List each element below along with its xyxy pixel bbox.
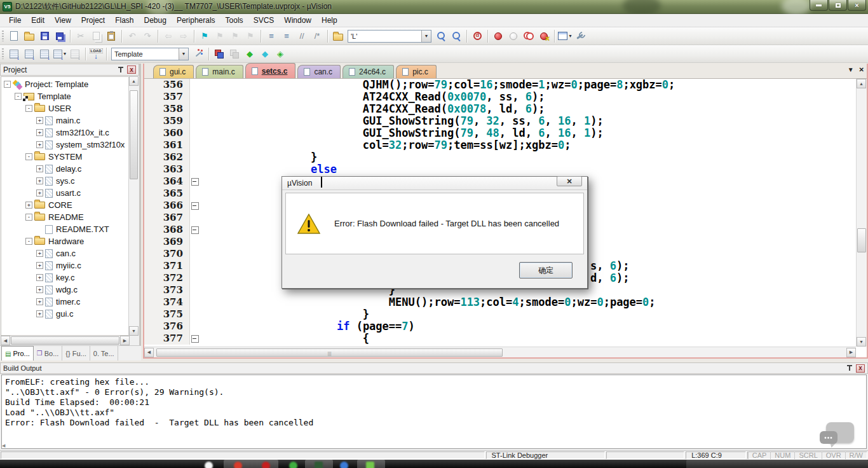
build-output-log[interactable]: FromELF: creating hex file..."..\OBJ\tt.…	[1, 375, 867, 449]
expand-icon[interactable]: +	[36, 117, 43, 124]
collapse-icon[interactable]: -	[25, 153, 32, 160]
scroll-down-icon[interactable]: ▼	[129, 326, 139, 336]
scroll-thumb[interactable]	[156, 348, 503, 357]
taskbar-app-icon[interactable]	[234, 462, 242, 468]
scroll-up-icon[interactable]: ▲	[857, 79, 866, 88]
tree-item-sys-c[interactable]: +sys.c	[1, 175, 129, 187]
search-combo-dropdown-icon[interactable]: ▼	[421, 31, 431, 42]
collapse-icon[interactable]: -	[25, 214, 32, 221]
minimize-button[interactable]	[810, 0, 828, 11]
debug-session-icon[interactable]	[470, 29, 484, 43]
file-tab-pic-c[interactable]: pic.c	[396, 65, 437, 78]
tree-item-readme[interactable]: -README	[1, 211, 129, 223]
windows-taskbar[interactable]	[0, 460, 868, 468]
target-options-icon[interactable]	[191, 47, 205, 61]
tree-item-hardware[interactable]: -Hardware	[1, 235, 129, 247]
remove-breakpoint-icon[interactable]	[506, 29, 520, 43]
build-icon[interactable]	[22, 47, 36, 61]
code-line[interactable]: 360GUI_ShowString(79, 48, ld, 6, 16, 1);	[144, 127, 856, 139]
taskbar-app-icon[interactable]	[366, 462, 374, 468]
menu-item-tools[interactable]: Tools	[220, 15, 248, 26]
file-tab-gui-c[interactable]: gui.c	[153, 65, 194, 78]
tree-item-myiic-c[interactable]: +myiic.c	[1, 259, 129, 272]
paste-icon[interactable]	[104, 29, 118, 43]
rebuild-icon[interactable]	[37, 47, 51, 61]
taskbar-app-icon[interactable]	[289, 462, 297, 468]
dialog-close-icon[interactable]: ✕	[557, 176, 582, 186]
menu-item-svcs[interactable]: SVCS	[248, 15, 280, 26]
scroll-left-icon[interactable]: ◀	[2, 443, 5, 448]
tree-item-stm32f10x-it-c[interactable]: +stm32f10x_it.c	[1, 127, 129, 139]
target-combo-dropdown-icon[interactable]: ▼	[179, 48, 188, 60]
insert-bookmark-icon[interactable]: ⚑	[198, 29, 212, 43]
insert-breakpoint-icon[interactable]	[491, 29, 505, 43]
editor-scrollbar-horizontal[interactable]: ◀ ▶	[144, 347, 856, 357]
code-line[interactable]: 375}	[144, 308, 856, 320]
tree-item-user[interactable]: -USER	[1, 102, 129, 114]
save-icon[interactable]	[37, 29, 51, 43]
ok-button[interactable]: 确定	[519, 262, 573, 279]
editor-tabs-dropdown-icon[interactable]: ▼	[848, 66, 854, 73]
expand-icon[interactable]: +	[36, 141, 43, 148]
comment-icon[interactable]: //	[295, 29, 309, 43]
pack-installer-icon[interactable]: ◈	[273, 47, 287, 61]
workspace-tab-fu[interactable]: {} Fu...	[62, 346, 90, 361]
tree-item-wdg-c[interactable]: +wdg.c	[1, 284, 129, 296]
tree-item-can-c[interactable]: +can.c	[1, 247, 129, 259]
search-combo[interactable]: 'L'▼	[348, 30, 431, 43]
menu-item-file[interactable]: File	[4, 15, 26, 26]
save-all-icon[interactable]	[53, 29, 67, 43]
menu-item-project[interactable]: Project	[76, 15, 110, 26]
expand-icon[interactable]: +	[36, 250, 43, 257]
code-line[interactable]: 357AT24CXX_Read(0x0070, ss, 6);	[144, 91, 856, 103]
incremental-find-icon[interactable]	[449, 29, 463, 43]
code-line[interactable]: 361col=32;row=79;tem=ss[wz];xgbz=0;	[144, 139, 856, 151]
download-icon[interactable]: LOAD↓	[89, 47, 103, 61]
find-icon[interactable]	[434, 29, 448, 43]
kill-all-breakpoints-icon[interactable]	[537, 29, 551, 43]
project-scrollbar-vertical[interactable]: ▲ ▼	[128, 76, 139, 336]
select-software-packs-icon[interactable]: ◆	[258, 47, 272, 61]
scroll-left-icon[interactable]: ◀	[1, 336, 10, 345]
menu-item-edit[interactable]: Edit	[26, 15, 50, 26]
tree-item-system[interactable]: -SYSTEM	[1, 151, 129, 163]
tree-item-usart-c[interactable]: +usart.c	[1, 187, 129, 199]
file-tab-main-c[interactable]: main.c	[196, 65, 243, 78]
workspace-tab-0-te[interactable]: 0. Te...	[90, 346, 118, 361]
tree-item-gui-c[interactable]: +gui.c	[1, 308, 129, 320]
manage-runtime-environment-icon[interactable]: ◆	[243, 47, 257, 61]
floating-chat-widget[interactable]: •••	[817, 417, 858, 453]
file-tab-setcs-c[interactable]: setcs.c	[245, 63, 296, 78]
file-tab-24c64-c[interactable]: 24c64.c	[342, 65, 394, 78]
menu-item-help[interactable]: Help	[316, 15, 342, 26]
expand-icon[interactable]: +	[36, 298, 43, 305]
expand-icon[interactable]: +	[36, 262, 43, 269]
expand-icon[interactable]: +	[36, 177, 43, 184]
collapse-icon[interactable]: -	[25, 105, 32, 112]
fold-marker[interactable]	[190, 200, 200, 212]
disable-breakpoint-icon[interactable]	[522, 29, 536, 43]
collapse-icon[interactable]: -	[4, 81, 11, 88]
new-file-icon[interactable]	[7, 29, 21, 43]
scroll-thumb[interactable]	[130, 90, 138, 179]
scroll-up-icon[interactable]: ▲	[129, 76, 139, 86]
menu-item-window[interactable]: Window	[279, 15, 316, 26]
expand-icon[interactable]: +	[25, 202, 32, 209]
code-line[interactable]: 376if (page==7)	[144, 320, 856, 333]
close-button[interactable]: ×	[848, 0, 866, 11]
code-line[interactable]: 356QJHM();row=79;col=16;smode=1;wz=0;pag…	[144, 79, 856, 91]
taskbar-app-icon[interactable]	[205, 462, 213, 468]
tree-item-main-c[interactable]: +main.c	[1, 114, 129, 127]
fold-marker[interactable]	[190, 224, 200, 236]
scroll-down-icon[interactable]: ▼	[857, 337, 866, 347]
pin-icon[interactable]	[846, 364, 853, 372]
project-close-icon[interactable]: x	[127, 65, 136, 74]
expand-icon[interactable]: +	[36, 274, 43, 281]
taskbar-app-icon[interactable]	[315, 462, 323, 468]
find-in-files-icon[interactable]	[331, 29, 345, 43]
manage-project-items-icon[interactable]	[212, 47, 226, 61]
expand-icon[interactable]: +	[36, 310, 43, 317]
workspace-tab-bo[interactable]: ❒Bo...	[34, 346, 63, 361]
menu-item-view[interactable]: View	[50, 15, 76, 26]
code-line[interactable]: 359GUI_ShowString(79, 32, ss, 6, 16, 1);	[144, 115, 856, 127]
